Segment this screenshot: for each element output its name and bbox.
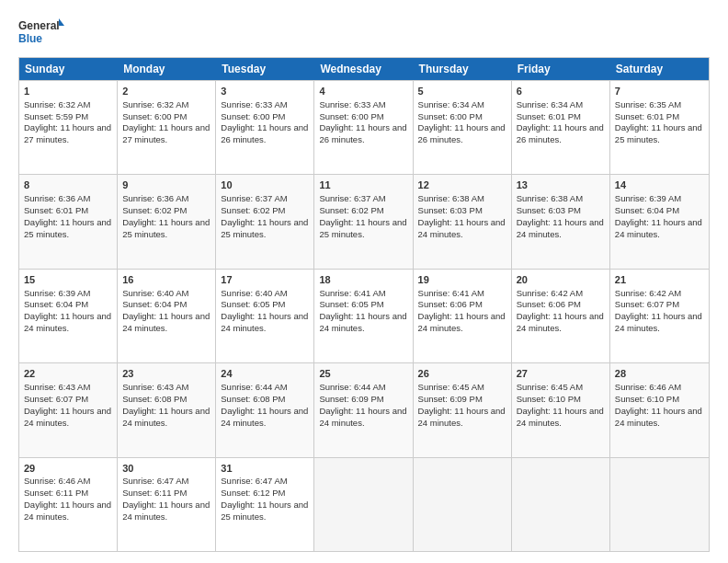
cal-cell: 10 Sunrise: 6:37 AM Sunset: 6:02 PM Dayl…: [216, 175, 314, 268]
day-number: 23: [122, 367, 210, 381]
cal-cell: [610, 458, 709, 551]
header-day-thursday: Thursday: [414, 58, 512, 80]
sunset-label: Sunset: 6:09 PM: [418, 394, 483, 404]
day-number: 2: [122, 85, 210, 98]
header-day-saturday: Saturday: [610, 58, 709, 80]
cal-cell: 19 Sunrise: 6:41 AM Sunset: 6:06 PM Dayl…: [414, 270, 512, 362]
day-number: 16: [122, 273, 210, 287]
daylight-label: Daylight: 11 hours and 26 minutes.: [319, 122, 406, 144]
daylight-label: Daylight: 11 hours and 24 minutes.: [24, 311, 111, 333]
daylight-label: Daylight: 11 hours and 27 minutes.: [24, 122, 111, 144]
sunrise-label: Sunrise: 6:42 AM: [615, 288, 681, 298]
sunset-label: Sunset: 6:08 PM: [122, 394, 187, 404]
sunrise-label: Sunrise: 6:38 AM: [517, 193, 583, 203]
cal-cell: 2 Sunrise: 6:32 AM Sunset: 6:00 PM Dayli…: [118, 81, 216, 174]
day-number: 9: [122, 178, 210, 192]
cal-cell: 5 Sunrise: 6:34 AM Sunset: 6:00 PM Dayli…: [414, 81, 512, 174]
week-row-5: 29 Sunrise: 6:46 AM Sunset: 6:11 PM Dayl…: [19, 457, 709, 551]
sunrise-label: Sunrise: 6:34 AM: [418, 99, 484, 109]
day-number: 28: [615, 367, 704, 381]
daylight-label: Daylight: 11 hours and 24 minutes.: [615, 311, 702, 333]
sunrise-label: Sunrise: 6:33 AM: [221, 99, 287, 109]
cal-cell: 9 Sunrise: 6:36 AM Sunset: 6:02 PM Dayli…: [118, 175, 216, 268]
day-number: 6: [517, 85, 605, 98]
sunset-label: Sunset: 6:00 PM: [221, 111, 285, 121]
sunrise-label: Sunrise: 6:43 AM: [122, 382, 188, 392]
sunset-label: Sunset: 5:59 PM: [24, 111, 88, 121]
cal-cell: 8 Sunrise: 6:36 AM Sunset: 6:01 PM Dayli…: [19, 175, 118, 268]
cal-cell: 1 Sunrise: 6:32 AM Sunset: 5:59 PM Dayli…: [19, 81, 118, 174]
sunset-label: Sunset: 6:12 PM: [221, 488, 285, 498]
day-number: 18: [319, 273, 407, 287]
cal-cell: 30 Sunrise: 6:47 AM Sunset: 6:11 PM Dayl…: [118, 458, 216, 551]
daylight-label: Daylight: 11 hours and 25 minutes.: [319, 217, 406, 239]
cal-cell: 31 Sunrise: 6:47 AM Sunset: 6:12 PM Dayl…: [216, 458, 314, 551]
daylight-label: Daylight: 11 hours and 24 minutes.: [319, 406, 406, 428]
cal-cell: 24 Sunrise: 6:44 AM Sunset: 6:08 PM Dayl…: [216, 363, 314, 456]
daylight-label: Daylight: 11 hours and 24 minutes.: [615, 217, 702, 239]
cal-cell: 12 Sunrise: 6:38 AM Sunset: 6:03 PM Dayl…: [414, 175, 512, 268]
cal-cell: 7 Sunrise: 6:35 AM Sunset: 6:01 PM Dayli…: [610, 81, 709, 174]
day-number: 30: [122, 462, 210, 476]
daylight-label: Daylight: 11 hours and 25 minutes.: [122, 217, 210, 239]
daylight-label: Daylight: 11 hours and 25 minutes.: [24, 217, 111, 239]
sunset-label: Sunset: 6:04 PM: [615, 205, 679, 215]
cal-cell: 27 Sunrise: 6:45 AM Sunset: 6:10 PM Dayl…: [512, 363, 610, 456]
svg-text:Blue: Blue: [18, 32, 42, 45]
day-number: 14: [615, 178, 704, 192]
page: General Blue SundayMondayTuesdayWednesda…: [0, 0, 728, 563]
sunset-label: Sunset: 6:04 PM: [122, 299, 187, 309]
logo-svg: General Blue: [18, 17, 64, 50]
daylight-label: Daylight: 11 hours and 24 minutes.: [418, 311, 506, 333]
sunset-label: Sunset: 6:00 PM: [418, 111, 483, 121]
sunrise-label: Sunrise: 6:32 AM: [122, 99, 188, 109]
sunrise-label: Sunrise: 6:35 AM: [615, 99, 681, 109]
day-number: 13: [517, 178, 605, 192]
sunrise-label: Sunrise: 6:41 AM: [418, 288, 484, 298]
day-number: 1: [24, 85, 112, 98]
cal-cell: 11 Sunrise: 6:37 AM Sunset: 6:02 PM Dayl…: [314, 175, 413, 268]
sunrise-label: Sunrise: 6:33 AM: [319, 99, 385, 109]
sunrise-label: Sunrise: 6:32 AM: [24, 99, 90, 109]
sunrise-label: Sunrise: 6:37 AM: [319, 193, 385, 203]
daylight-label: Daylight: 11 hours and 24 minutes.: [319, 311, 406, 333]
sunset-label: Sunset: 6:06 PM: [517, 299, 581, 309]
day-number: 19: [418, 273, 506, 287]
daylight-label: Daylight: 11 hours and 24 minutes.: [418, 217, 506, 239]
day-number: 20: [517, 273, 605, 287]
cal-cell: [512, 458, 610, 551]
sunrise-label: Sunrise: 6:36 AM: [122, 193, 188, 203]
sunset-label: Sunset: 6:02 PM: [122, 205, 187, 215]
sunset-label: Sunset: 6:11 PM: [122, 488, 187, 498]
cal-cell: 29 Sunrise: 6:46 AM Sunset: 6:11 PM Dayl…: [19, 458, 118, 551]
sunset-label: Sunset: 6:11 PM: [24, 488, 88, 498]
daylight-label: Daylight: 11 hours and 24 minutes.: [517, 406, 604, 428]
cal-cell: 23 Sunrise: 6:43 AM Sunset: 6:08 PM Dayl…: [118, 363, 216, 456]
daylight-label: Daylight: 11 hours and 24 minutes.: [24, 500, 111, 522]
cal-cell: 15 Sunrise: 6:39 AM Sunset: 6:04 PM Dayl…: [19, 270, 118, 362]
sunrise-label: Sunrise: 6:42 AM: [517, 288, 583, 298]
svg-marker-2: [59, 18, 64, 26]
header-day-monday: Monday: [118, 58, 216, 80]
sunset-label: Sunset: 6:06 PM: [418, 299, 483, 309]
sunset-label: Sunset: 6:03 PM: [418, 205, 483, 215]
sunset-label: Sunset: 6:00 PM: [319, 111, 383, 121]
daylight-label: Daylight: 11 hours and 24 minutes.: [517, 311, 604, 333]
header-day-wednesday: Wednesday: [314, 58, 413, 80]
day-number: 21: [615, 273, 704, 287]
sunrise-label: Sunrise: 6:40 AM: [221, 288, 287, 298]
cal-cell: 26 Sunrise: 6:45 AM Sunset: 6:09 PM Dayl…: [414, 363, 512, 456]
day-number: 22: [24, 367, 112, 381]
calendar-body: 1 Sunrise: 6:32 AM Sunset: 5:59 PM Dayli…: [19, 80, 709, 551]
sunset-label: Sunset: 6:01 PM: [24, 205, 88, 215]
day-number: 10: [221, 178, 309, 192]
daylight-label: Daylight: 11 hours and 25 minutes.: [221, 500, 308, 522]
day-number: 4: [319, 85, 407, 98]
calendar: SundayMondayTuesdayWednesdayThursdayFrid…: [18, 57, 710, 552]
daylight-label: Daylight: 11 hours and 27 minutes.: [122, 122, 210, 144]
sunrise-label: Sunrise: 6:45 AM: [517, 382, 583, 392]
sunset-label: Sunset: 6:05 PM: [319, 299, 383, 309]
sunrise-label: Sunrise: 6:47 AM: [122, 476, 188, 486]
sunset-label: Sunset: 6:08 PM: [221, 394, 285, 404]
svg-text:General: General: [18, 19, 60, 32]
